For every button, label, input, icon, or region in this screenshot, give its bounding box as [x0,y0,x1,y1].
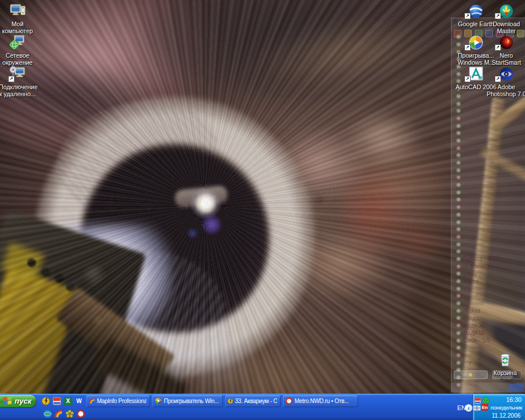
contact-row[interactable]: Надя Ш [453,330,524,337]
contact-status-icon [456,212,461,217]
contact-row-faint[interactable] [453,144,524,152]
internet-globe-icon[interactable] [43,409,52,419]
wallpaper-zoom-blur [0,0,525,420]
contact-status-icon [456,94,461,99]
contact-row-faint[interactable] [453,107,524,115]
contact-row[interactable]: Vitaly [453,270,524,278]
opera-icon[interactable] [76,409,86,419]
desktop-icon-photoshop[interactable]: ↗ Adobe Photoshop 7.0 [485,64,525,97]
contact-row-faint[interactable] [453,240,524,248]
desktop-icon-network-places[interactable]: Сетевое окружение [0,32,36,66]
desktop-icon-label: Корзина [484,369,525,376]
taskbar-button-winamp[interactable]: 33. Аквариум - Очар... [225,396,280,407]
desktop-icon-recycle-bin[interactable]: Корзина [484,349,525,376]
wallpaper-shape [247,4,448,106]
contact-row-faint[interactable] [453,233,524,241]
wallpaper [0,0,525,420]
download-master-icon[interactable] [52,396,62,406]
wallpaper-lens-flare [202,215,222,235]
start-button-label: пуск [15,397,32,405]
contact-row-faint[interactable] [453,159,524,167]
contact-row[interactable]: Богдан [453,314,524,322]
desktop-icon-label: Adobe Photoshop 7.0 [485,83,525,97]
contact-label: Vitaly [463,271,477,277]
shortcut-arrow-icon: ↗ [495,76,501,82]
contact-row-faint[interactable] [453,285,524,292]
contact-status-icon [456,197,461,202]
contact-row-faint[interactable] [453,152,524,159]
contact-status-icon [456,220,461,225]
contact-status-icon [456,242,461,247]
contact-status-icon [456,345,461,350]
contact-row[interactable]: Работа - 6/10 [453,256,524,263]
contact-status-icon [456,183,461,187]
contact-row-faint[interactable] [453,196,524,204]
contact-row-faint[interactable] [453,226,524,233]
contact-row-faint[interactable] [453,292,524,300]
wallpaper-chain [23,250,79,293]
contact-row[interactable]: Надя Ж [453,322,524,330]
contact-row-faint[interactable] [453,204,524,211]
punto-switcher-indicator[interactable]: En [481,404,488,411]
winamp-icon[interactable] [41,396,51,406]
taskbar-button-label: Metro.NWD.ru • Отв... [295,398,349,404]
windows-xp-desktop: Работа - 6/10IT ManagerVitalyКостяmakvaБ… [0,0,525,420]
contact-row-faint[interactable] [453,188,524,196]
taskbar-button-opera[interactable]: Metro.NWD.ru • Отв... [283,396,358,407]
contact-row[interactable]: makva [453,307,524,314]
opera-icon [285,397,293,405]
contact-row-faint[interactable] [453,166,524,174]
contact-status-icon [456,360,461,365]
icq-flower-icon[interactable] [65,409,75,419]
desktop-icon-download-master[interactable]: ↗ Download Master [485,1,525,34]
contact-row-faint[interactable] [453,300,524,307]
shortcut-arrow-icon: ↗ [464,13,471,19]
contact-status-icon [456,309,461,313]
wallpaper-shape [140,0,467,105]
contact-label: Свои - 1/5 [463,337,490,344]
contact-row-faint[interactable] [453,115,524,123]
contact-list-banner [509,384,524,391]
taskbar-button-windows-media-player[interactable]: Проигрыватель Win... [152,396,222,407]
contact-status-icon [456,286,461,291]
contact-row[interactable]: Свои - 1/5 [453,337,524,344]
contact-row[interactable]: IT Manager [453,262,524,270]
contact-label: Надя Ш [463,330,484,336]
contact-row-faint[interactable] [453,130,524,137]
desktop-icon-my-computer[interactable]: Мой компьютер [0,1,36,34]
contact-row-faint[interactable] [453,248,524,256]
wallpaper-vignette [0,0,525,420]
taskbar-button-mapinfo[interactable]: MapInfo Professional ... [86,396,149,407]
word-icon[interactable]: W [74,396,84,406]
contact-row-faint[interactable] [453,181,524,189]
contact-row-faint[interactable] [453,137,524,145]
word-letter: W [75,397,83,405]
chevron-left-icon[interactable]: ‹ [465,404,473,412]
contact-list-menu-button[interactable] [454,370,488,379]
desktop-icon-remote-desktop[interactable]: ↗ Подключение к удаленно... [0,64,36,97]
contact-row-faint[interactable] [453,100,524,107]
contact-status-icon [456,160,461,165]
wallpaper-light [55,225,172,338]
contact-status-icon [456,124,461,128]
contact-row-faint[interactable] [453,218,524,226]
contact-row[interactable]: Костя [453,278,524,285]
contact-status-icon [456,205,461,209]
contact-row-faint[interactable] [453,174,524,181]
wallpaper-shape [257,76,467,327]
contact-status-icon [456,138,461,143]
contact-status-icon [456,279,461,284]
wallpaper-lens-flare [187,228,198,239]
wallpaper-shape [175,327,257,391]
mapinfo-icon[interactable] [54,409,64,419]
contact-row-faint[interactable] [453,122,524,130]
start-button[interactable]: пуск [0,395,36,407]
contact-row-faint[interactable] [453,211,524,219]
taskbar-button-label: MapInfo Professional ... [97,398,146,404]
contact-status-icon [456,153,461,158]
eye-tray-icon[interactable] [473,404,481,414]
excel-icon[interactable]: X [63,396,73,406]
tray-clock[interactable]: 16:30 [506,396,522,403]
wallpaper-shape [46,86,228,229]
desktop-icon-nero-startsmart[interactable]: ↗ Nero StartSmart [485,32,525,66]
